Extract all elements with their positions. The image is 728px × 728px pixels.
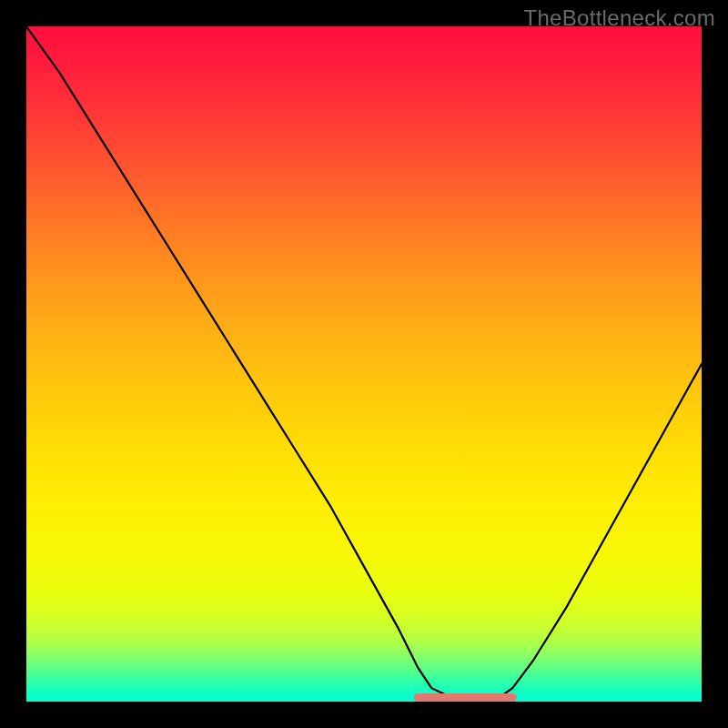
bottleneck-curve-line: [26, 26, 702, 698]
chart-plot-area: [26, 26, 702, 702]
watermark-text: TheBottleneck.com: [523, 5, 715, 31]
chart-svg: [26, 26, 702, 702]
